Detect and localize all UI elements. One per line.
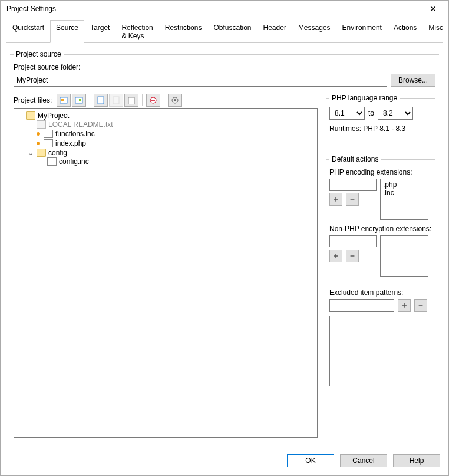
tree-item[interactable]: functions.inc [27, 130, 316, 138]
php-ext-input[interactable] [329, 179, 377, 191]
files-label: Project files: [14, 96, 52, 104]
excl-remove-button[interactable]: － [414, 299, 427, 312]
svg-rect-4 [98, 97, 104, 104]
svg-point-11 [174, 99, 176, 101]
tab-quickstart[interactable]: Quickstart [6, 20, 50, 43]
default-actions-group: Default actions PHP encoding extensions:… [326, 155, 435, 386]
side-pane: PHP language range 8.1 to 8.2 Runtimes: … [326, 91, 435, 438]
php-ext-item[interactable]: .inc [383, 189, 425, 197]
tree-root[interactable]: MyProject [16, 111, 316, 120]
excl-input[interactable] [329, 299, 394, 312]
ok-button[interactable]: OK [287, 454, 334, 467]
tree-folder-label: config [48, 149, 67, 157]
chevron-down-icon[interactable]: ⌄ [27, 150, 34, 156]
php-ext-label: PHP encoding extensions: [329, 168, 433, 176]
runtimes-text: Runtimes: PHP 8.1 - 8.3 [329, 124, 432, 133]
php-ext-item[interactable]: .php [383, 180, 425, 189]
svg-rect-5 [113, 97, 119, 104]
tab-source[interactable]: Source [50, 20, 84, 43]
file-tree[interactable]: MyProject LOCAL README.txt [14, 108, 318, 438]
toolbar-button-6[interactable] [146, 94, 160, 107]
tree-pane: Project files: + [14, 91, 318, 438]
project-source-group: Project source Project source folder: Br… [10, 50, 439, 438]
toolbar-separator-3 [164, 94, 164, 106]
file-icon [37, 120, 46, 129]
project-source-legend: Project source [14, 50, 64, 58]
toolbar-button-3[interactable] [94, 94, 108, 107]
tab-target[interactable]: Target [84, 20, 115, 43]
svg-rect-1 [61, 99, 64, 101]
toolbar-separator-2 [142, 94, 143, 106]
toolbar-button-gear[interactable] [168, 94, 182, 107]
lang-to-select[interactable]: 8.2 [378, 107, 413, 120]
toolbar-button-1[interactable] [57, 94, 71, 107]
tab-restrictions[interactable]: Restrictions [159, 20, 208, 43]
tree-item[interactable]: LOCAL README.txt [27, 120, 316, 129]
tab-reflection[interactable]: Reflection & Keys [115, 20, 159, 43]
tree-item-label: config.inc [59, 157, 89, 166]
lang-from-select[interactable]: 8.1 [329, 107, 365, 120]
browse-button[interactable]: Browse... [391, 74, 435, 87]
excl-list[interactable] [329, 316, 433, 386]
tree-item-label: index.php [55, 139, 86, 147]
cancel-button[interactable]: Cancel [340, 454, 387, 467]
php-ext-remove-button[interactable]: － [346, 193, 359, 206]
file-icon [44, 130, 53, 138]
nonphp-ext-remove-button[interactable]: － [346, 250, 359, 262]
tree-item-label: LOCAL README.txt [48, 120, 113, 129]
folder-input[interactable] [14, 74, 387, 87]
nonphp-ext-list[interactable] [380, 235, 428, 277]
php-ext-list[interactable]: .php .inc [380, 179, 428, 220]
folder-icon [37, 149, 46, 157]
tab-messages[interactable]: Messages [292, 20, 336, 43]
close-icon[interactable]: ✕ [424, 4, 443, 14]
excl-label: Excluded item patterns: [329, 288, 433, 297]
footer: OK Cancel Help [1, 448, 448, 475]
toolbar-button-4 [109, 94, 123, 107]
tab-misc[interactable]: Misc [422, 20, 449, 43]
nonphp-ext-input[interactable] [329, 235, 377, 247]
svg-text:+: + [130, 96, 133, 102]
tree-item[interactable]: config.inc [38, 157, 316, 166]
folder-icon [26, 111, 35, 120]
tab-header[interactable]: Header [257, 20, 292, 43]
help-button[interactable]: Help [393, 454, 440, 467]
tree-item[interactable]: index.php [27, 139, 316, 147]
excl-add-button[interactable]: ＋ [398, 299, 411, 312]
tab-actions[interactable]: Actions [388, 20, 422, 43]
content: Project source Project source folder: Br… [1, 43, 448, 448]
lang-range-legend: PHP language range [329, 94, 400, 102]
tab-environment[interactable]: Environment [336, 20, 388, 43]
file-icon [47, 157, 57, 166]
tree-folder[interactable]: ⌄ config [27, 149, 316, 157]
default-actions-legend: Default actions [329, 155, 381, 163]
tabstrip: Quickstart Source Target Reflection & Ke… [6, 19, 443, 43]
tab-obfuscation[interactable]: Obfuscation [207, 20, 257, 43]
titlebar: Project Settings ✕ [1, 1, 448, 17]
nonphp-ext-label: Non-PHP encryption extensions: [329, 225, 433, 233]
php-icon [37, 142, 40, 145]
toolbar-button-2[interactable] [72, 94, 86, 107]
svg-rect-3 [79, 99, 81, 101]
files-toolbar: Project files: + [14, 94, 318, 107]
file-icon [44, 139, 53, 147]
nonphp-ext-add-button[interactable]: ＋ [329, 250, 342, 262]
toolbar-button-5[interactable]: + [124, 94, 138, 107]
folder-label: Project source folder: [14, 63, 435, 71]
lang-range-group: PHP language range 8.1 to 8.2 Runtimes: … [326, 94, 435, 133]
tree-item-label: functions.inc [55, 130, 95, 138]
lang-to-label: to [368, 109, 374, 117]
window-title: Project Settings [6, 5, 56, 13]
window: Project Settings ✕ Quickstart Source Tar… [0, 0, 449, 476]
php-icon [37, 132, 40, 136]
tree-root-label: MyProject [38, 111, 69, 120]
toolbar-separator-1 [90, 94, 90, 106]
php-ext-add-button[interactable]: ＋ [329, 193, 342, 206]
